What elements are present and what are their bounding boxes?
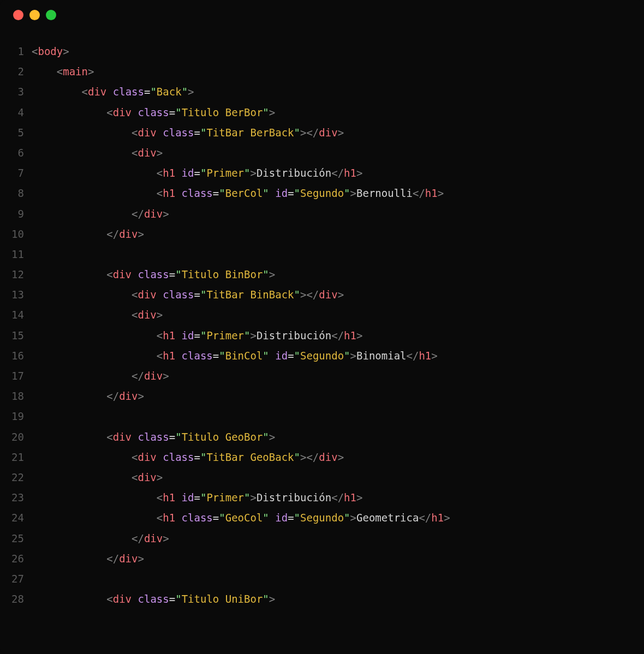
token-eq: = [288,350,294,362]
token-tag: div [138,451,156,463]
code-line[interactable]: </div> [32,366,644,386]
code-line[interactable]: </div> [32,529,644,549]
code-line[interactable]: </div> [32,204,644,224]
code-line[interactable]: <h1 id="Primer">Distribución</h1> [32,326,644,346]
code-line[interactable]: <div class="TitBar BerBack"></div> [32,123,644,143]
token-q: " [219,187,225,199]
token-attn: class [138,431,169,443]
token-q: " [200,329,206,341]
token-attn: class [113,86,144,98]
code-line[interactable]: </div> [32,224,644,244]
token-tag: h1 [344,167,356,179]
token-tag: div [144,208,163,220]
code-line[interactable]: <h1 id="Primer">Distribución</h1> [32,488,644,508]
token-br: < [157,512,163,524]
token-br: < [106,268,112,280]
code-line[interactable]: <div class="Titulo UniBor"> [32,589,644,609]
token-br: </ [331,491,344,503]
code-content[interactable]: <body> <main> <div class="Back"> <div cl… [32,41,644,609]
token-attn: id [275,512,288,524]
token-br: ></ [300,289,319,301]
token-tag: h1 [163,350,175,362]
token-br: < [157,329,163,341]
token-str: Primer [206,329,244,341]
code-line[interactable]: <h1 class="BerCol" id="Segundo">Bernoull… [32,183,644,203]
token-tag: div [319,289,337,301]
token-tag: h1 [344,491,356,503]
token-tag: div [119,553,138,565]
token-br: > [350,187,356,199]
code-line[interactable] [32,569,644,589]
token-br: > [350,512,356,524]
line-number: 2 [0,62,24,82]
token-br: > [269,431,275,443]
token-str: GeoCol [225,512,263,524]
token-br: < [157,167,163,179]
code-line[interactable]: <h1 class="GeoCol" id="Segundo">Geometri… [32,508,644,528]
code-line[interactable]: <div class="TitBar BinBack"></div> [32,285,644,305]
minimize-icon[interactable] [29,10,40,20]
line-number: 1 [0,41,24,62]
code-line[interactable]: <div class="Titulo BerBor"> [32,103,644,123]
token-br: > [338,127,344,139]
token-q: " [263,431,269,443]
token-str: Titulo BinBor [182,268,263,280]
token-br: </ [331,167,344,179]
token-str: BinCol [225,350,263,362]
token-br: </ [331,329,344,341]
token-br: > [163,370,169,382]
token-attn: class [138,593,169,605]
token-attn: class [182,350,213,362]
token-tag: div [113,431,132,443]
code-line[interactable]: <div class="Titulo GeoBor"> [32,427,644,447]
token-q: " [263,268,269,280]
token-q: " [175,106,181,118]
token-br: </ [106,228,119,240]
token-txt [269,187,275,199]
token-br: ></ [300,451,319,463]
token-attn: class [182,512,213,524]
code-line[interactable]: <div class="Back"> [32,82,644,102]
close-icon[interactable] [13,10,23,20]
code-line[interactable]: <body> [32,41,644,62]
code-line[interactable]: </div> [32,549,644,569]
token-eq: = [194,127,200,139]
token-q: " [294,451,300,463]
token-br: > [269,268,275,280]
code-line[interactable] [32,244,644,265]
token-tag: h1 [419,350,431,362]
token-q: " [263,350,269,362]
code-line[interactable]: <main> [32,62,644,82]
code-line[interactable]: <div class="Titulo BinBor"> [32,265,644,285]
line-number: 24 [0,508,24,528]
code-line[interactable]: <div> [32,305,644,325]
token-str: Titulo GeoBor [182,431,263,443]
token-br: > [269,593,275,605]
token-txt [132,431,138,443]
token-q: " [263,187,269,199]
code-line[interactable]: <h1 class="BinCol" id="Segundo">Binomial… [32,346,644,366]
line-number: 8 [0,183,24,203]
code-line[interactable]: <div class="TitBar GeoBack"></div> [32,447,644,467]
token-attn: id [275,350,288,362]
code-line[interactable]: <div> [32,467,644,488]
token-br: </ [419,512,431,524]
code-editor[interactable]: 1234567891011121314151617181920212223242… [0,32,644,609]
code-line[interactable]: <h1 id="Primer">Distribución</h1> [32,163,644,183]
code-line[interactable]: <div> [32,143,644,163]
token-tag: h1 [163,167,175,179]
code-line[interactable]: </div> [32,386,644,406]
maximize-icon[interactable] [46,10,56,20]
token-q: " [175,593,181,605]
token-txt [175,167,181,179]
code-line[interactable] [32,406,644,427]
token-eq: = [288,512,294,524]
token-attn: id [182,329,194,341]
token-br: < [157,187,163,199]
token-tag: div [119,228,138,240]
token-br: < [132,289,138,301]
token-q: " [244,167,250,179]
token-txt [157,451,163,463]
token-br: ></ [300,127,319,139]
token-tag: div [138,127,156,139]
